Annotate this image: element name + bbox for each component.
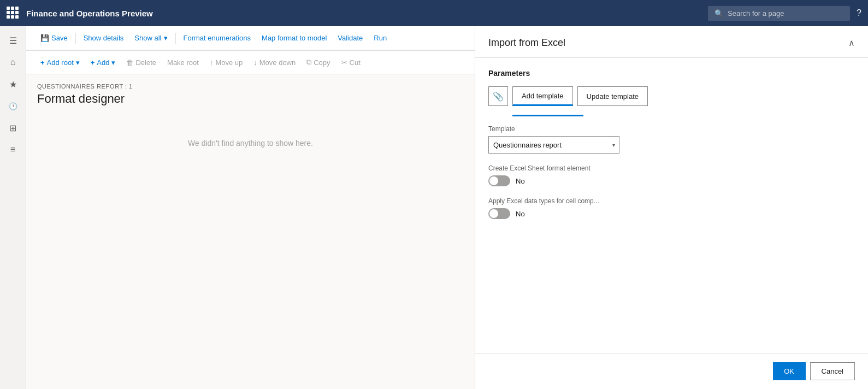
copy-icon: ⧉ [306, 58, 311, 67]
move-down-icon: ↓ [253, 58, 257, 67]
panel-header: Import from Excel ∧ [475, 26, 868, 58]
map-format-to-model-button[interactable]: Map format to model [256, 26, 332, 50]
panel-collapse-button[interactable]: ∧ [848, 38, 855, 48]
create-sheet-toggle[interactable] [488, 175, 510, 186]
toggle-knob-2 [489, 209, 498, 218]
template-actions: 📎 Add template Update template [488, 86, 855, 106]
search-box[interactable]: 🔍 [708, 6, 850, 21]
page-title: Format designer [37, 92, 464, 106]
template-select[interactable]: Questionnaires report [488, 136, 619, 154]
attachment-icon: 📎 [493, 91, 504, 102]
template-field-group: Template Questionnaires report ▾ [488, 125, 855, 154]
sidebar-item-hamburger[interactable]: ☰ [3, 31, 23, 50]
separator-2 [175, 33, 176, 44]
sidebar-item-recent[interactable]: 🕐 [3, 96, 23, 116]
save-icon: 💾 [40, 34, 49, 42]
create-sheet-field-group: Create Excel Sheet format element No [488, 164, 855, 186]
attachment-button[interactable]: 📎 [488, 86, 508, 106]
delete-button[interactable]: 🗑 Delete [121, 50, 162, 74]
add-button[interactable]: + Add ▾ [85, 50, 121, 74]
secondary-toolbar: + Add root ▾ + Add ▾ 🗑 Delete Make root … [26, 50, 475, 74]
sidebar-item-list[interactable]: ≡ [3, 140, 23, 160]
page-content: QUESTIONNAIRES REPORT : 1 Format designe… [26, 74, 475, 389]
apply-datatypes-toggle[interactable] [488, 208, 510, 219]
toggle-knob [489, 176, 498, 185]
validate-button[interactable]: Validate [332, 26, 368, 50]
top-bar: Finance and Operations Preview 🔍 ? [0, 0, 868, 26]
save-button[interactable]: 💾 Save [35, 26, 73, 50]
search-icon: 🔍 [715, 9, 723, 17]
ok-button[interactable]: OK [773, 362, 806, 380]
show-details-button[interactable]: Show details [78, 26, 129, 50]
left-sidebar: ☰ ⌂ ★ 🕐 ⊞ ≡ [0, 26, 26, 389]
update-template-button[interactable]: Update template [577, 86, 648, 106]
template-field-label: Template [488, 125, 855, 133]
panel-body: Parameters 📎 Add template Update templat… [475, 58, 868, 353]
add-root-chevron-icon: ▾ [76, 58, 80, 67]
right-panel: Import from Excel ∧ Parameters 📎 Add tem… [475, 26, 868, 389]
move-up-button[interactable]: ↑ Move up [204, 50, 248, 74]
app-grid-icon[interactable] [7, 7, 20, 20]
move-up-icon: ↑ [210, 58, 214, 67]
make-root-button[interactable]: Make root [162, 50, 204, 74]
add-chevron-icon: ▾ [111, 58, 115, 67]
toolbar: 💾 Save Show details Show all ▾ Format en… [26, 26, 475, 50]
apply-datatypes-value: No [516, 210, 525, 218]
template-select-wrapper: Questionnaires report ▾ [488, 136, 619, 154]
show-all-button[interactable]: Show all ▾ [129, 26, 173, 50]
apply-datatypes-toggle-container: No [488, 208, 855, 219]
apply-datatypes-label: Apply Excel data types for cell comp... [488, 197, 855, 205]
sidebar-item-workspaces[interactable]: ⊞ [3, 118, 23, 138]
move-down-button[interactable]: ↓ Move down [248, 50, 301, 74]
sidebar-item-favorites[interactable]: ★ [3, 74, 23, 94]
panel-title: Import from Excel [488, 37, 565, 49]
cut-button[interactable]: ✂ Cut [336, 50, 366, 74]
parameters-label: Parameters [488, 69, 855, 78]
add-template-button[interactable]: Add template [512, 86, 573, 106]
apply-datatypes-field-group: Apply Excel data types for cell comp... … [488, 197, 855, 219]
breadcrumb: QUESTIONNAIRES REPORT : 1 [37, 83, 464, 90]
cut-icon: ✂ [341, 58, 347, 67]
help-icon[interactable]: ? [857, 8, 861, 18]
app-title: Finance and Operations Preview [26, 9, 701, 18]
search-input[interactable] [728, 9, 843, 17]
run-button[interactable]: Run [368, 26, 392, 50]
create-sheet-toggle-container: No [488, 175, 855, 186]
add-root-button[interactable]: + Add root ▾ [35, 50, 85, 74]
create-sheet-label: Create Excel Sheet format element [488, 164, 855, 172]
create-sheet-value: No [516, 177, 525, 185]
sidebar-item-home[interactable]: ⌂ [3, 52, 23, 72]
copy-button[interactable]: ⧉ Copy [301, 50, 335, 74]
separator-1 [75, 33, 76, 44]
add-root-plus-icon: + [40, 58, 45, 67]
format-enumerations-button[interactable]: Format enumerations [178, 26, 257, 50]
active-tab-indicator [512, 115, 583, 116]
panel-footer: OK Cancel [475, 353, 868, 389]
cancel-button[interactable]: Cancel [810, 362, 855, 380]
delete-icon: 🗑 [126, 58, 133, 67]
add-plus-icon: + [91, 58, 95, 67]
empty-state-message: We didn't find anything to show here. [37, 139, 464, 148]
content-area: 💾 Save Show details Show all ▾ Format en… [26, 26, 475, 389]
show-all-chevron-icon: ▾ [164, 34, 168, 42]
